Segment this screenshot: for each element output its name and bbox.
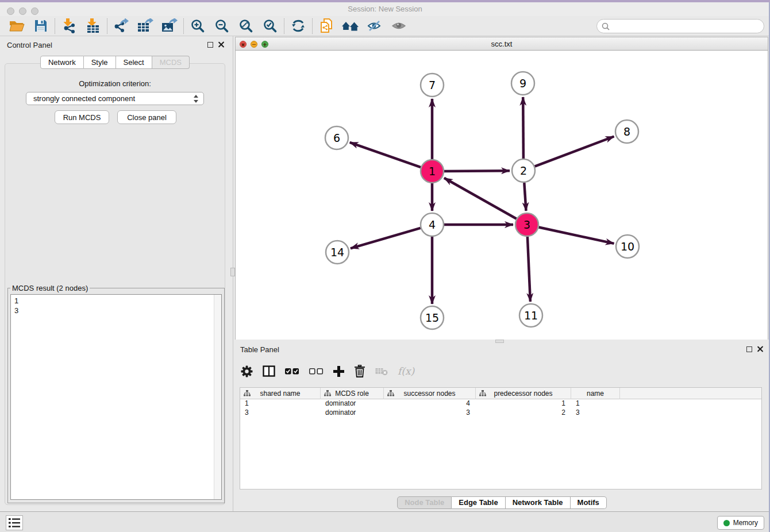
search-input[interactable] xyxy=(613,22,764,30)
column-header-name[interactable]: name xyxy=(571,388,620,399)
import-network-button[interactable] xyxy=(57,17,81,35)
graph-edge-2-8[interactable] xyxy=(535,137,614,167)
run-mcds-button[interactable]: Run MCDS xyxy=(55,110,109,124)
export-table-button[interactable] xyxy=(133,17,157,35)
show-panels-button[interactable] xyxy=(6,515,23,530)
graph-edge-2-9[interactable] xyxy=(523,97,523,159)
first-neighbors-button[interactable] xyxy=(338,17,363,35)
node-label: 6 xyxy=(333,132,340,144)
select-all-icon[interactable] xyxy=(285,367,299,375)
column-header-mcds-role[interactable]: MCDS role xyxy=(321,388,384,399)
delete-column-icon[interactable] xyxy=(354,365,365,377)
import-table-button[interactable] xyxy=(81,17,105,35)
tab-node-table[interactable]: Node Table xyxy=(397,496,452,509)
node-label: 15 xyxy=(425,311,439,324)
tab-motifs[interactable]: Motifs xyxy=(571,496,607,509)
zoom-selected-button[interactable] xyxy=(258,17,282,35)
column-header-predecessor-nodes[interactable]: predecessor nodes xyxy=(476,388,571,399)
tab-edge-table[interactable]: Edge Table xyxy=(452,496,505,509)
graph-node-3[interactable]: 3 xyxy=(515,213,538,236)
table-cell[interactable]: 2 xyxy=(476,408,571,418)
window-title: Session: New Session xyxy=(0,5,770,13)
mcds-result-textarea[interactable]: 13 xyxy=(10,294,222,500)
tab-style[interactable]: Style xyxy=(84,56,116,69)
graph-node-7[interactable]: 7 xyxy=(421,74,444,97)
table-tabbar: Node TableEdge TableNetwork TableMotifs xyxy=(234,496,770,509)
graph-edge-4-14[interactable] xyxy=(351,228,421,248)
table-cell[interactable]: dominator xyxy=(321,408,384,418)
graph-edge-3-1[interactable] xyxy=(444,178,517,219)
graph-edge-2-3[interactable] xyxy=(524,183,526,211)
zoom-fit-button[interactable] xyxy=(234,17,258,35)
columns-icon[interactable] xyxy=(263,365,275,377)
graph-edge-1-6[interactable] xyxy=(350,142,421,167)
table-row[interactable]: 1dominator411 xyxy=(240,399,761,408)
close-panel-icon[interactable] xyxy=(218,41,224,48)
search-box[interactable] xyxy=(596,19,764,33)
hide-selected-button[interactable] xyxy=(363,17,387,35)
graph-node-8[interactable]: 8 xyxy=(615,120,638,143)
refresh-button[interactable] xyxy=(286,17,310,35)
table-cell[interactable]: 1 xyxy=(571,399,620,408)
table-cell[interactable]: 3 xyxy=(240,408,321,418)
duplicate-network-icon xyxy=(319,18,333,34)
refresh-icon xyxy=(291,19,305,33)
table-panel-title: Table Panel xyxy=(240,345,279,354)
deselect-all-icon[interactable] xyxy=(309,367,324,375)
table-cell[interactable]: 3 xyxy=(384,408,476,418)
table-cell[interactable]: 1 xyxy=(240,399,321,408)
column-header-successor-nodes[interactable]: successor nodes xyxy=(384,388,476,399)
table-cell[interactable]: 3 xyxy=(571,408,620,418)
column-header-shared-name[interactable]: shared name xyxy=(240,388,321,399)
graph-edge-3-10[interactable] xyxy=(539,228,614,244)
toolbar-separator xyxy=(107,18,107,34)
graph-node-11[interactable]: 11 xyxy=(519,304,542,327)
close-panel-icon[interactable] xyxy=(757,346,763,352)
zoom-in-button[interactable] xyxy=(186,17,210,35)
tab-network-table[interactable]: Network Table xyxy=(506,496,571,509)
graph-node-6[interactable]: 6 xyxy=(325,126,348,149)
table-cell[interactable]: 1 xyxy=(476,399,571,408)
float-panel-icon[interactable] xyxy=(746,346,752,352)
close-panel-button[interactable]: Close panel xyxy=(117,110,176,124)
main-toolbar xyxy=(0,16,770,36)
toolbar-separator xyxy=(55,18,55,34)
graph-node-15[interactable]: 15 xyxy=(421,306,444,329)
save-session-button[interactable] xyxy=(29,17,53,35)
mcds-result-group: MCDS result (2 nodes) 13 xyxy=(7,284,225,503)
graph-node-14[interactable]: 14 xyxy=(326,241,349,264)
optimization-criterion-dropdown[interactable]: strongly connected component xyxy=(26,92,204,105)
export-network-button[interactable] xyxy=(109,17,133,35)
show-all-button[interactable] xyxy=(387,17,411,35)
node-label: 1 xyxy=(429,165,436,178)
export-image-button[interactable] xyxy=(157,17,182,35)
network-canvas[interactable]: 7968124314101511 xyxy=(236,51,768,340)
network-window-titlebar[interactable]: scc.txt xyxy=(236,37,768,51)
open-session-button[interactable] xyxy=(5,17,29,35)
graph-node-2[interactable]: 2 xyxy=(512,159,535,182)
table-cell[interactable]: dominator xyxy=(321,399,384,408)
memory-button[interactable]: Memory xyxy=(717,516,764,530)
graph-node-1[interactable]: 1 xyxy=(421,160,444,183)
table-cell[interactable]: 4 xyxy=(384,399,476,408)
float-panel-icon[interactable] xyxy=(207,42,213,48)
first-neighbors-icon xyxy=(342,20,359,32)
tab-network[interactable]: Network xyxy=(40,56,84,69)
tab-select[interactable]: Select xyxy=(116,56,152,69)
add-column-icon[interactable] xyxy=(333,366,344,377)
open-session-icon xyxy=(9,20,25,32)
tab-mcds[interactable]: MCDS xyxy=(152,56,190,69)
duplicate-network-button[interactable] xyxy=(314,17,338,35)
import-table-icon xyxy=(86,18,100,33)
graph-node-9[interactable]: 9 xyxy=(511,72,534,95)
gear-icon[interactable] xyxy=(241,365,253,377)
graph-edge-3-11[interactable] xyxy=(528,237,530,302)
graph-node-4[interactable]: 4 xyxy=(421,213,444,236)
splitter-grip[interactable] xyxy=(230,268,235,276)
scrollbar-track[interactable] xyxy=(214,295,221,499)
graph-node-10[interactable]: 10 xyxy=(616,235,639,258)
graph-edge-1-2[interactable] xyxy=(444,171,510,171)
optimization-criterion-label: Optimization criterion: xyxy=(5,79,225,88)
zoom-out-button[interactable] xyxy=(210,17,234,35)
table-row[interactable]: 3dominator323 xyxy=(240,408,761,418)
